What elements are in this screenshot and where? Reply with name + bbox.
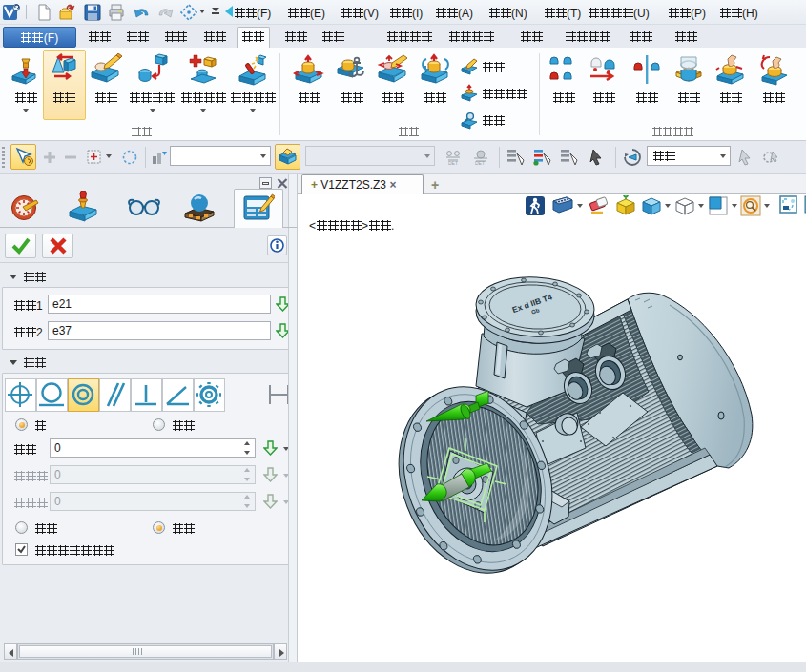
svg-text:DET: DET (475, 160, 485, 166)
svg-text:DET: DET (448, 160, 458, 166)
